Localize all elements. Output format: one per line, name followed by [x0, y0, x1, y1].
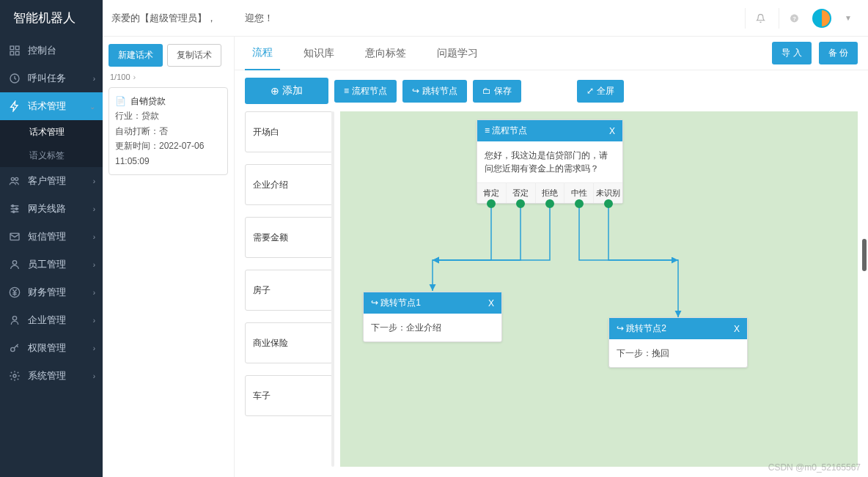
jump-node-button[interactable]: ↪跳转节点 — [402, 80, 467, 103]
sidebar-item-10[interactable]: 系统管理› — [0, 362, 103, 390]
sidebar-item-8[interactable]: 企业管理› — [0, 306, 103, 334]
file-icon: 📄 — [115, 94, 126, 108]
chevron-icon: › — [93, 289, 95, 297]
sidebar-label: 财务管理 — [28, 286, 66, 299]
submenu-item-1[interactable]: 语义标签 — [0, 144, 103, 167]
chevron-right-icon[interactable]: › — [133, 73, 136, 81]
sidebar-item-7[interactable]: 财务管理› — [0, 278, 103, 306]
chevron-icon: › — [93, 75, 95, 83]
node-list: 开场白企业介绍需要金额房子商业保险车子 — [245, 111, 333, 467]
share-icon: ↪ — [412, 86, 419, 96]
flow-tag-0[interactable]: 肯定 — [477, 183, 507, 203]
sidebar-item-6[interactable]: 员工管理› — [0, 251, 103, 278]
close-icon[interactable]: X — [734, 324, 740, 334]
sidebar-item-9[interactable]: 权限管理› — [0, 334, 103, 362]
submenu-item-0[interactable]: 话术管理 — [0, 120, 103, 144]
flow-main-node[interactable]: ≡ 流程节点X 您好，我这边是信贷部门的，请问您近期有资金上的需求吗？ 肯定否定… — [477, 119, 623, 204]
fullscreen-button[interactable]: ⤢全屏 — [577, 80, 624, 103]
sidebar-label: 短信管理 — [28, 230, 66, 243]
welcome-text: 亲爱的【超级管理员】， 迎您！ — [103, 12, 745, 25]
svg-rect-4 — [10, 51, 14, 55]
list-icon: ≡ — [344, 86, 349, 96]
app-logo: 智能机器人 — [0, 0, 103, 37]
flow-tag-4[interactable]: 未识别 — [594, 183, 622, 203]
svg-point-8 — [15, 177, 18, 180]
avatar[interactable] — [812, 9, 831, 28]
svg-point-17 — [13, 374, 16, 377]
tab-1[interactable]: 知识库 — [296, 37, 342, 70]
svg-point-16 — [11, 347, 15, 351]
port-icon[interactable] — [487, 199, 496, 208]
sidebar-label: 权限管理 — [28, 341, 66, 355]
node-list-item-3[interactable]: 房子 — [245, 270, 333, 311]
bolt-icon — [9, 100, 21, 112]
port-icon[interactable] — [604, 199, 613, 208]
close-icon[interactable]: X — [488, 298, 494, 308]
caret-down-icon[interactable]: ▼ — [845, 14, 852, 22]
svg-point-11 — [12, 211, 15, 213]
sidebar-label: 控制台 — [28, 44, 56, 57]
node-list-item-5[interactable]: 车子 — [245, 375, 333, 416]
flow-tag-1[interactable]: 否定 — [507, 183, 536, 203]
sidebar-label: 企业管理 — [28, 314, 66, 327]
sidebar-item-0[interactable]: 控制台 — [0, 37, 103, 64]
sidebar-label: 话术管理 — [28, 100, 66, 113]
close-icon[interactable]: X — [609, 126, 615, 136]
clock-icon — [9, 73, 21, 84]
sidebar-item-5[interactable]: 短信管理› — [0, 223, 103, 251]
gear-icon — [9, 370, 21, 382]
svg-point-15 — [12, 317, 16, 320]
node-list-item-1[interactable]: 企业介绍 — [245, 164, 333, 205]
share-icon: ↪ — [371, 297, 380, 308]
plus-icon: ⊕ — [271, 85, 279, 97]
flow-canvas[interactable]: ≡ 流程节点X 您好，我这边是信贷部门的，请问您近期有资金上的需求吗？ 肯定否定… — [340, 111, 858, 467]
backup-button[interactable]: 备 份 — [819, 42, 858, 64]
svg-rect-5 — [15, 51, 19, 55]
watermark: CSDN @m0_52165567 — [768, 462, 861, 473]
add-button[interactable]: ⊕添加 — [245, 78, 328, 104]
chevron-icon: ⌄ — [89, 103, 95, 111]
tabs: 流程知识库意向标签问题学习 导 入 备 份 — [235, 37, 868, 70]
sidebar-item-1[interactable]: 呼叫任务› — [0, 64, 103, 92]
mail-icon — [9, 231, 21, 243]
flow-tag-2[interactable]: 拒绝 — [536, 183, 565, 203]
user2-icon — [9, 314, 21, 326]
copy-script-button[interactable]: 复制话术 — [167, 44, 221, 67]
tab-0[interactable]: 流程 — [245, 37, 280, 70]
bell-icon[interactable] — [745, 8, 765, 29]
new-script-button[interactable]: 新建话术 — [108, 44, 163, 67]
sidebar-item-2[interactable]: 话术管理⌄ — [0, 92, 103, 120]
sidebar-label: 系统管理 — [28, 369, 66, 382]
dashboard-icon — [9, 45, 21, 56]
yen-icon — [9, 286, 21, 298]
sidebar-label: 员工管理 — [28, 258, 66, 271]
toolbar: ⊕添加 ≡流程节点 ↪跳转节点 🗀保存 ⤢全屏 — [235, 70, 868, 111]
node-list-item-2[interactable]: 需要金额 — [245, 217, 333, 258]
flow-node-button[interactable]: ≡流程节点 — [334, 80, 397, 103]
node-list-item-0[interactable]: 开场白 — [245, 111, 333, 152]
flow-tag-3[interactable]: 中性 — [564, 183, 594, 203]
jump-node-1[interactable]: ↪ 跳转节点1X 下一步：企业介绍 — [363, 292, 502, 342]
import-button[interactable]: 导 入 — [772, 42, 811, 64]
script-card[interactable]: 📄自销贷款 行业：贷款 自动打断：否 更新时间：2022-07-06 11:05… — [108, 87, 228, 175]
port-icon[interactable] — [516, 199, 525, 208]
share-icon: ↪ — [617, 323, 626, 333]
sidebar-item-4[interactable]: 网关线路› — [0, 195, 103, 223]
save-button[interactable]: 🗀保存 — [473, 80, 521, 103]
help-icon[interactable]: ? — [779, 8, 799, 29]
port-icon[interactable] — [545, 199, 554, 208]
jump-node-2[interactable]: ↪ 跳转节点2X 下一步：挽回 — [608, 317, 748, 368]
tab-2[interactable]: 意向标签 — [358, 37, 413, 70]
node-list-item-4[interactable]: 商业保险 — [245, 322, 333, 363]
svg-point-9 — [12, 205, 14, 207]
tab-3[interactable]: 问题学习 — [430, 37, 485, 70]
svg-rect-3 — [15, 46, 19, 50]
scrollbar[interactable] — [862, 239, 867, 271]
users-icon — [9, 175, 21, 187]
expand-icon: ⤢ — [586, 86, 594, 96]
port-icon[interactable] — [575, 199, 584, 208]
pager: 1/100 › — [110, 73, 227, 81]
user-icon — [9, 259, 21, 270]
sidebar-item-3[interactable]: 客户管理› — [0, 167, 103, 195]
svg-rect-2 — [10, 46, 14, 50]
